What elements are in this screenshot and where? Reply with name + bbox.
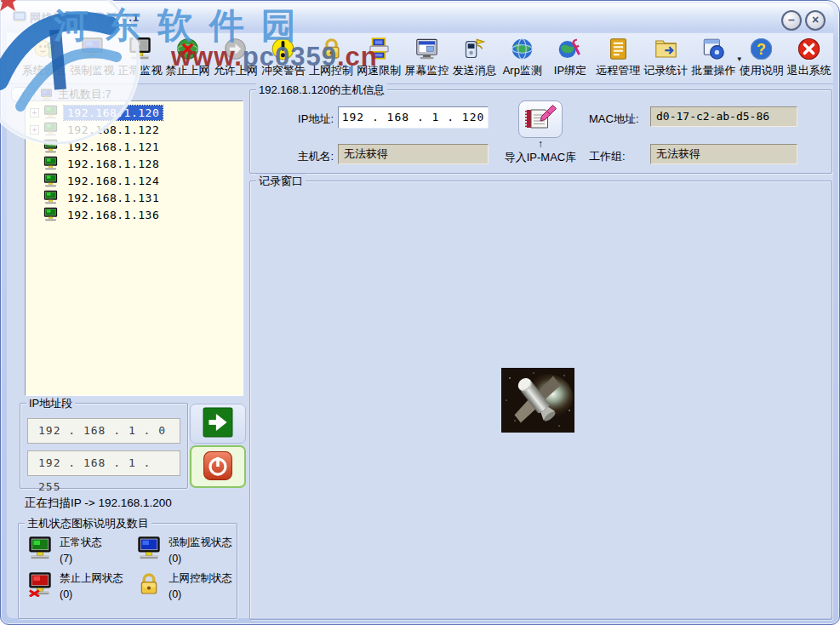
screen-monitor-icon [414,37,439,61]
legend-item: 正常状态 (7) [27,536,136,565]
tree-item-host[interactable]: + 192.168.1.131 [27,189,243,206]
toolbar-button-label: IP绑定 [554,63,586,78]
legend-item-count: (7) [60,553,102,565]
tree-item-host[interactable]: + 192.168.1.136 [27,206,243,223]
host-tree: + 192.168.1.120 + 192.168.1.122 + 192.16… [25,100,243,396]
toolbar-button-send-message[interactable]: 发送消息 ▼ [451,37,499,78]
toolbar-button-label: 冲突警告 [261,63,306,78]
toolbar-button-label: 正常监视 [117,63,162,78]
settings-icon [32,37,57,61]
toolbar-button-label: 使用说明 [740,63,784,78]
legend-item-count: (0) [169,553,232,565]
host-ip-input[interactable]: 192 . 168 . 1 . 120 [338,106,489,129]
ip-range-title: IP地址段 [26,396,75,411]
expander-icon[interactable]: + [30,108,39,118]
toolbar-button-batch-ops[interactable]: 批量操作 ▼ [689,37,737,78]
start-scan-icon [203,407,233,440]
help-icon: ? [749,37,774,61]
toolbar-button-lock[interactable]: 上网控制 ▼ [307,37,355,78]
host-ip-label: 192.168.1.120 [64,106,163,120]
start-scan-button[interactable] [190,404,246,444]
host-ip-label: 192.168.1.122 [64,123,163,137]
monitor-green-icon [43,173,59,188]
toolbar-button-monitor-blue[interactable]: 强制监视 ▼ [68,37,116,78]
close-button[interactable]: × [805,10,826,31]
lock-icon [136,571,162,597]
toolbar-button-label: 屏幕监控 [404,63,449,78]
toolbar-button-label: 远程管理 [596,63,640,78]
toolbar-button-conflict-warning[interactable]: 冲突警告 ▼ [260,37,307,78]
ip-range-start-input[interactable]: 192 . 168 . 1 . 0 [27,418,180,444]
window-title: 网络智豹-免费版 6.1 [30,10,140,26]
legend-title: 主机状态图标说明及数目 [25,516,151,531]
toolbar-button-label: 上网控制 [309,63,353,78]
minimize-button[interactable]: – [781,10,802,31]
mac-address-field: d0-17-c2-ab-d5-86 [650,106,797,127]
legend-item-label: 上网控制状态 [169,571,232,586]
tree-item-host[interactable]: + 192.168.1.124 [27,172,243,189]
legend-item: 强制监视状态 (0) [136,536,233,565]
monitor-gray-icon [128,37,152,61]
toolbar-button-allow-internet[interactable]: 允许上网 ▼ [212,37,260,78]
allow-internet-icon [223,37,248,61]
toolbar-button-record-stats[interactable]: 记录统计 ▼ [642,37,689,78]
toolbar-grip[interactable] [12,42,15,76]
toolbar-button-label: 记录统计 [643,63,688,78]
app-icon [13,10,26,24]
legend-grid: 正常状态 (7) 强制监视状态 (0) 禁止上网状态 (0) 上网控制状态 (0… [27,536,233,600]
toolbar-button-label: 禁止上网 [166,63,210,78]
tree-item-host[interactable]: + 192.168.1.121 [27,138,243,155]
tree-item-host[interactable]: + 192.168.1.128 [27,155,243,172]
host-ip-label: 192.168.1.128 [64,157,163,171]
tree-item-host[interactable]: + 192.168.1.120 [27,104,243,121]
toolbar-button-label: 发送消息 [453,63,497,78]
hostname-label: 主机名: [271,149,334,164]
toolbar-button-monitor-gray[interactable]: 正常监视 ▼ [116,37,163,78]
send-message-icon [462,37,487,61]
toolbar-button-ip-bind[interactable]: IP绑定 ▼ [546,37,594,78]
ip-bind-icon [557,37,582,61]
host-ip-label: 192.168.1.136 [64,208,163,222]
batch-ops-icon [701,37,726,61]
legend-item-label: 禁止上网状态 [60,571,123,586]
svg-text:?: ? [757,41,766,58]
stop-scan-icon [203,450,233,484]
main-content: ↑ 主机数目:7 + 192.168.1.120 + 192.168.1.122… [7,84,833,618]
ban-internet-icon [175,37,200,61]
arp-monitor-icon [510,37,534,61]
host-info-group: 192.168.1.120的主机信息 IP地址: 192 . 168 . 1 .… [249,89,832,174]
legend-item: 上网控制状态 (0) [136,571,233,600]
speed-limit-icon [367,37,391,61]
toolbar-button-screen-monitor[interactable]: 屏幕监控 ▼ [403,37,450,78]
monitor-banned-icon [27,571,53,597]
expander-icon[interactable]: + [30,125,39,135]
toolbar-button-settings[interactable]: 系统设置 ▼ [20,37,68,78]
host-ip-label: 192.168.1.131 [64,191,163,205]
record-window-title: 记录窗口 [256,174,306,189]
toolbar-button-ban-internet[interactable]: 禁止上网 ▼ [164,37,212,78]
monitor-green-icon [43,190,59,205]
legend-item-label: 正常状态 [60,536,102,550]
workgroup-label: 工作组: [589,149,647,164]
toolbar-button-exit[interactable]: 退出系统 ▼ [786,37,833,78]
import-arrow-glyph: ↑ [518,138,563,150]
toolbar-button-arp-monitor[interactable]: Arp监测 ▼ [499,37,546,78]
toolbar-button-label: 允许上网 [214,63,258,78]
import-ip-mac-button[interactable] [518,100,563,138]
record-stats-icon [654,37,678,61]
remote-manage-icon [606,37,631,61]
ip-range-group: IP地址段 192 . 168 . 1 . 0 192 . 168 . 1 . … [20,403,188,489]
ip-range-end-input[interactable]: 192 . 168 . 1 . 255 [27,450,180,476]
toolbar-button-help[interactable]: ? 使用说明 ▼ [738,37,786,78]
tree-item-host[interactable]: + 192.168.1.122 [27,121,243,138]
stop-scan-button[interactable] [190,445,246,488]
toolbar-button-label: 系统设置 [22,63,66,78]
toolbar-button-label: Arp监测 [503,63,542,78]
monitor-green-icon [43,139,59,154]
toolbar-button-remote-manage[interactable]: 远程管理 ▼ [594,37,642,78]
toolbar-button-speed-limit[interactable]: 网速限制 ▼ [355,37,403,78]
legend-item-label: 强制监视状态 [169,536,232,550]
toolbar: 系统设置 ▼ 强制监视 ▼ 正常监视 ▼ 禁止上网 ▼ 允许上网 ▼ 冲突警告 … [7,33,833,84]
mac-address-label: MAC地址: [589,112,647,127]
workgroup-field: 无法获得 [650,144,797,164]
